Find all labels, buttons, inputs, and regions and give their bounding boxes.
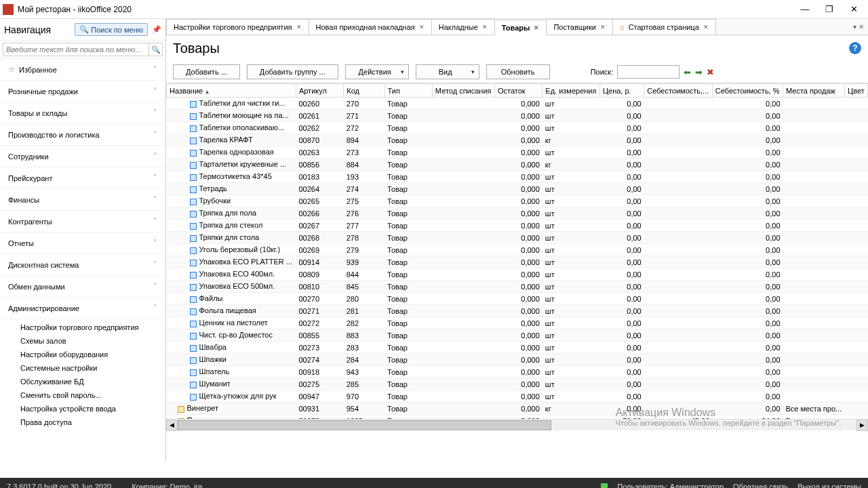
grid-search-input[interactable] (617, 65, 679, 79)
column-header[interactable]: Цвет (845, 84, 868, 98)
table-row[interactable]: Тряпка для стекол00267277Товар0,000шт0,0… (167, 220, 868, 232)
table-row[interactable]: Тряпка для пола00266276Товар0,000шт0,000… (167, 207, 868, 220)
table-row[interactable]: Шуманит00275285Товар0,000шт0,000,00 (167, 378, 868, 390)
sidebar-group-label: Прейскурант (8, 174, 153, 182)
column-header[interactable]: Себестоимость, % (712, 84, 783, 98)
column-header[interactable]: Метод списания (432, 84, 494, 98)
view-dropdown[interactable]: Вид (416, 64, 479, 79)
table-row[interactable]: Ценник на пистолет00272282Товар0,000шт0,… (167, 317, 868, 329)
table-row[interactable]: Таблетки ополаскиваю...00262272Товар0,00… (167, 122, 868, 134)
sidebar-group[interactable]: Товары и склады˅ (0, 102, 165, 124)
table-row[interactable]: Термоэтикетка 43*4500183193Товар0,000шт0… (167, 171, 868, 183)
column-header[interactable]: Код (344, 84, 384, 98)
column-header[interactable]: Ед. измерения (542, 84, 600, 98)
table-row[interactable]: Швабра00273283Товар0,000шт0,000,00 (167, 342, 868, 354)
scroll-right-icon[interactable]: ▶ (856, 420, 868, 431)
sidebar-group[interactable]: Отчеты˅ (0, 232, 165, 254)
sidebar-sub-item[interactable]: Настройка устройств ввода (20, 402, 165, 415)
table-row[interactable]: Упаковка ЕСО 400мл.00809844Товар0,000шт0… (167, 268, 868, 281)
column-header[interactable]: Цена, р. (599, 84, 644, 98)
tab-close-icon[interactable]: ✕ (600, 24, 606, 30)
sidebar-group[interactable]: ☆Избранное˅ (0, 59, 165, 81)
tab-close-icon[interactable]: ✕ (534, 24, 539, 31)
table-row[interactable]: Шпатель00918943Товар0,000шт0,000,00 (167, 366, 868, 378)
table-row[interactable]: Щетка-утюжок для рук00947970Товар0,000шт… (167, 390, 868, 403)
maximize-button[interactable]: ❐ (822, 4, 837, 15)
column-header[interactable]: Места продаж (783, 84, 845, 98)
table-row[interactable]: Упаковка ЕСО 500мл.00810845Товар0,000шт0… (167, 281, 868, 293)
sidebar-group[interactable]: Обмен данными˅ (0, 276, 165, 298)
column-header[interactable]: Артикул (296, 84, 343, 98)
sidebar-group[interactable]: Контрагенты˅ (0, 211, 165, 232)
pin-icon[interactable]: 📌 (152, 25, 161, 34)
prev-icon[interactable]: ⬅ (684, 67, 691, 77)
column-header[interactable]: Себестоимость,... (644, 84, 713, 98)
next-icon[interactable]: ➡ (695, 67, 703, 77)
tab[interactable]: Накладные✕ (431, 19, 495, 35)
minimize-button[interactable]: — (797, 4, 812, 15)
tab[interactable]: Настройки торгового предприятия✕ (166, 19, 309, 35)
column-header[interactable]: Остаток (494, 84, 542, 98)
cell-color (845, 195, 868, 207)
scroll-left-icon[interactable]: ◀ (166, 420, 178, 431)
add-button[interactable]: Добавить ... (173, 64, 240, 79)
tab-close-icon[interactable]: ✕ (703, 24, 709, 30)
logout-link[interactable]: Выход из системы (797, 483, 861, 489)
refresh-button[interactable]: Обновить (486, 64, 550, 79)
sidebar-search-input[interactable] (3, 43, 149, 56)
table-row[interactable]: Таблетки для чистки ги...00260270Товар0,… (167, 98, 868, 110)
feedback-link[interactable]: Обратная связь (733, 483, 788, 489)
table-row[interactable]: Упаковка ECO PLATTER ...00914939Товар0,0… (167, 256, 868, 268)
tab-close-icon[interactable]: ✕ (482, 24, 488, 30)
table-row[interactable]: Тарелка одноразовая00263273Товар0,000шт0… (167, 146, 868, 159)
sidebar-sub-item[interactable]: Схемы залов (20, 334, 165, 348)
add-group-button[interactable]: Добавить группу ... (247, 64, 338, 79)
sidebar-group[interactable]: Розничные продажи˅ (0, 81, 165, 102)
table-row[interactable]: Тарталетки кружевные ...00856884Товар0,0… (167, 159, 868, 171)
cell-article: 00261 (296, 110, 343, 122)
cell-color (845, 293, 868, 305)
table-row[interactable]: Тетрадь00264274Товар0,000шт0,000,00 (167, 183, 868, 195)
cell-method (432, 159, 494, 171)
table-row[interactable]: Трубочки00265275Товар0,000шт0,000,00 (167, 195, 868, 207)
table-row[interactable]: Тарелка КРАФТ00870894Товар0,000кг0,000,0… (167, 134, 868, 146)
sidebar-sub-item[interactable]: Системные настройки (20, 361, 165, 375)
sidebar-sub-item[interactable]: Сменить свой пароль... (20, 388, 165, 402)
sidebar-sub-item[interactable]: Права доступа (20, 415, 165, 429)
help-icon[interactable]: ? (849, 42, 861, 54)
column-header[interactable]: Тип (384, 84, 432, 98)
sidebar-group[interactable]: Финансы˅ (0, 189, 165, 211)
table-row[interactable]: Таблетки моющие на па...00261271Товар0,0… (167, 110, 868, 122)
sidebar-group[interactable]: Производство и логистика˅ (0, 124, 165, 146)
tab[interactable]: ⌂Стартовая страница✕ (612, 19, 716, 35)
sidebar-sub-item[interactable]: Обслуживание БД (20, 375, 165, 388)
scroll-thumb[interactable] (178, 420, 551, 430)
sidebar-sub-item[interactable]: Настройки оборудования (20, 348, 165, 361)
search-menu-button[interactable]: 🔍 Поиск по меню (75, 23, 148, 36)
tab-close-icon[interactable]: ✕ (419, 24, 425, 30)
sidebar-group[interactable]: Дисконтная система˅ (0, 254, 165, 276)
table-row[interactable]: Чист. ср-во Доместос00855883Товар0,000шт… (167, 329, 868, 342)
column-header[interactable]: Название (167, 84, 296, 98)
table-row[interactable]: Шпажки00274284Товар0,000шт0,000,00 (167, 354, 868, 366)
tab-close-icon[interactable]: ✕ (296, 24, 302, 30)
tab[interactable]: Новая приходная накладная✕ (309, 19, 432, 35)
table-row[interactable]: Винегрет00931954Товар0,000кг0,000,00Все … (167, 403, 868, 415)
sidebar-sub-item[interactable]: Настройки торгового предприятия (20, 321, 165, 334)
table-row[interactable]: Файлы00270280Товар0,000шт0,000,00 (167, 293, 868, 305)
tabs-overflow[interactable]: ▾ ✕ (849, 19, 868, 35)
tab[interactable]: Товары✕ (494, 20, 547, 35)
horizontal-scrollbar[interactable]: ◀ ▶ (166, 419, 868, 430)
tab[interactable]: Поставщики✕ (546, 19, 613, 35)
sidebar-group[interactable]: Прейскурант˅ (0, 167, 165, 189)
sidebar-group[interactable]: Сотрудники˅ (0, 146, 165, 167)
table-row[interactable]: Уголь березовый (10кг.)00269279Товар0,00… (167, 244, 868, 256)
sidebar-group[interactable]: Администрирование˄ (0, 298, 165, 319)
actions-dropdown[interactable]: Действия (345, 64, 409, 79)
clear-search-icon[interactable]: ✖ (707, 67, 714, 77)
table-row[interactable]: Фольга пищевая00271281Товар0,000шт0,000,… (167, 305, 868, 317)
table-row[interactable]: Тряпки для стола00268278Товар0,000шт0,00… (167, 232, 868, 244)
close-button[interactable]: ✕ (846, 4, 861, 15)
products-grid[interactable]: НазваниеАртикулКодТипМетод списанияОстат… (166, 83, 868, 419)
sidebar-search-go[interactable]: 🔍 (149, 43, 163, 56)
